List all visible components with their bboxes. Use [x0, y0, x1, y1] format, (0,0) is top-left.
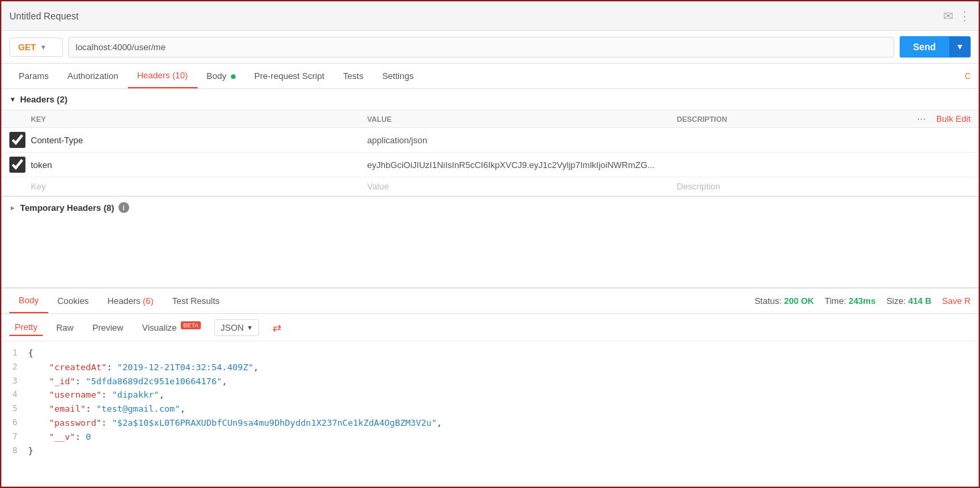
- table-column-headers: KEY VALUE DESCRIPTION ⋯ Bulk Edit: [1, 110, 979, 128]
- info-icon[interactable]: i: [118, 202, 129, 213]
- row2-key[interactable]: token: [31, 160, 368, 170]
- code-line-7: 7 "__v": 0: [1, 430, 979, 444]
- time-value: 243ms: [849, 296, 876, 306]
- response-body: Pretty Raw Preview Visualize BETA JSON ▼…: [1, 314, 979, 487]
- tab-settings[interactable]: Settings: [373, 64, 423, 88]
- chat-icon[interactable]: ✉: [943, 9, 953, 23]
- format-select-arrow: ▼: [246, 324, 253, 331]
- table-row-placeholder: Key Value Description: [1, 177, 979, 196]
- tab-body[interactable]: Body: [197, 64, 245, 88]
- tab-params[interactable]: Params: [9, 64, 58, 88]
- code-line-8: 8 }: [1, 444, 979, 459]
- format-tab-preview[interactable]: Preview: [87, 320, 129, 335]
- format-tab-pretty[interactable]: Pretty: [9, 319, 43, 336]
- tab-tests[interactable]: Tests: [334, 64, 373, 88]
- beta-badge: BETA: [181, 321, 201, 329]
- wrap-button[interactable]: ⇄: [267, 318, 286, 337]
- placeholder-value[interactable]: Value: [368, 181, 677, 191]
- send-button[interactable]: Send: [900, 36, 949, 58]
- app-container: Untitled Request ✉ ⋮ GET ▼ Send ▼ Params…: [0, 0, 980, 488]
- page-title: Untitled Request: [9, 11, 79, 21]
- tab-prerequest[interactable]: Pre-request Script: [245, 64, 334, 88]
- headers-panel: ▼ Headers (2) KEY VALUE DESCRIPTION ⋯ Bu…: [1, 89, 979, 197]
- response-section: Body Cookies Headers (6) Test Results St…: [1, 287, 979, 487]
- url-bar: GET ▼ Send ▼: [1, 31, 979, 64]
- headers-section-title[interactable]: ▼ Headers (2): [1, 89, 979, 110]
- response-tab-cookies[interactable]: Cookies: [48, 289, 98, 313]
- request-tabs: Params Authorization Headers (10) Body P…: [1, 64, 979, 89]
- temporary-headers-section[interactable]: ► Temporary Headers (8) i: [1, 197, 979, 218]
- title-bar-icons: ✉ ⋮: [943, 9, 971, 23]
- collapse-icon: ▼: [9, 96, 16, 103]
- col-header-key: KEY: [31, 115, 368, 123]
- format-select-value: JSON: [220, 323, 244, 333]
- placeholder-description[interactable]: Description: [677, 181, 917, 191]
- time-label: Time: 243ms: [825, 296, 876, 306]
- row2-value[interactable]: eyJhbGciOiJIUzI1NiIsInR5cCI6IkpXVCJ9.eyJ…: [368, 160, 677, 170]
- col-header-actions: ⋯ Bulk Edit: [917, 114, 971, 124]
- code-line-5: 5 "email": "test@gmail.com",: [1, 402, 979, 416]
- save-response-button[interactable]: Save R: [942, 296, 971, 306]
- title-bar: Untitled Request ✉ ⋮: [1, 1, 979, 31]
- row1-key[interactable]: Content-Type: [31, 135, 368, 145]
- status-label: Status: 200 OK: [754, 296, 814, 306]
- response-tab-headers[interactable]: Headers (6): [98, 289, 163, 313]
- response-tab-body[interactable]: Body: [9, 289, 48, 313]
- format-select[interactable]: JSON ▼: [214, 319, 259, 336]
- col-header-description: DESCRIPTION: [677, 115, 917, 123]
- url-input[interactable]: [68, 37, 894, 58]
- response-tab-testresults[interactable]: Test Results: [163, 289, 229, 313]
- format-tab-raw[interactable]: Raw: [51, 320, 79, 335]
- code-view: 1 { 2 "createdAt": "2019-12-21T04:32:54.…: [1, 341, 979, 487]
- tab-authorization[interactable]: Authorization: [58, 64, 128, 88]
- response-status: Status: 200 OK Time: 243ms Size: 414 B S…: [754, 296, 971, 306]
- request-section: ▼ Headers (2) KEY VALUE DESCRIPTION ⋯ Bu…: [1, 89, 979, 287]
- format-row: Pretty Raw Preview Visualize BETA JSON ▼…: [1, 314, 979, 341]
- method-selector[interactable]: GET ▼: [9, 37, 63, 57]
- tab-headers[interactable]: Headers (10): [128, 64, 197, 88]
- send-dropdown-arrow[interactable]: ▼: [949, 37, 971, 57]
- code-line-4: 4 "username": "dipakkr",: [1, 388, 979, 402]
- size-value: 414 B: [908, 296, 932, 306]
- table-options-icon[interactable]: ⋯: [917, 114, 926, 124]
- code-line-1: 1 {: [1, 347, 979, 361]
- method-dropdown-arrow: ▼: [40, 44, 47, 51]
- table-row: Content-Type application/json: [1, 128, 979, 153]
- temp-expand-icon: ►: [9, 204, 16, 212]
- tab-more: C: [965, 72, 971, 81]
- format-tab-visualize[interactable]: Visualize BETA: [137, 319, 206, 335]
- table-row: token eyJhbGciOiJIUzI1NiIsInR5cCI6IkpXVC…: [1, 153, 979, 177]
- response-tabs: Body Cookies Headers (6) Test Results St…: [1, 289, 979, 314]
- headers-label: Headers (2): [20, 94, 68, 104]
- code-line-3: 3 "_id": "5dfda8689d2c951e10664176",: [1, 375, 979, 389]
- method-label: GET: [18, 42, 36, 52]
- code-line-6: 6 "password": "$2a$10$xL0T6PRAXUDbfCUn9s…: [1, 416, 979, 430]
- placeholder-key[interactable]: Key: [31, 181, 368, 191]
- status-value: 200 OK: [784, 296, 814, 306]
- col-header-value: VALUE: [368, 115, 677, 123]
- row1-checkbox[interactable]: [9, 132, 25, 148]
- bulk-edit-button[interactable]: Bulk Edit: [936, 114, 971, 124]
- row2-checkbox[interactable]: [9, 157, 25, 173]
- code-line-2: 2 "createdAt": "2019-12-21T04:32:54.409Z…: [1, 361, 979, 375]
- more-icon[interactable]: ⋮: [959, 9, 971, 23]
- row1-value[interactable]: application/json: [368, 135, 677, 145]
- temp-headers-label: Temporary Headers (8): [20, 203, 114, 213]
- send-button-group: Send ▼: [900, 36, 971, 58]
- size-label: Size: 414 B: [886, 296, 931, 306]
